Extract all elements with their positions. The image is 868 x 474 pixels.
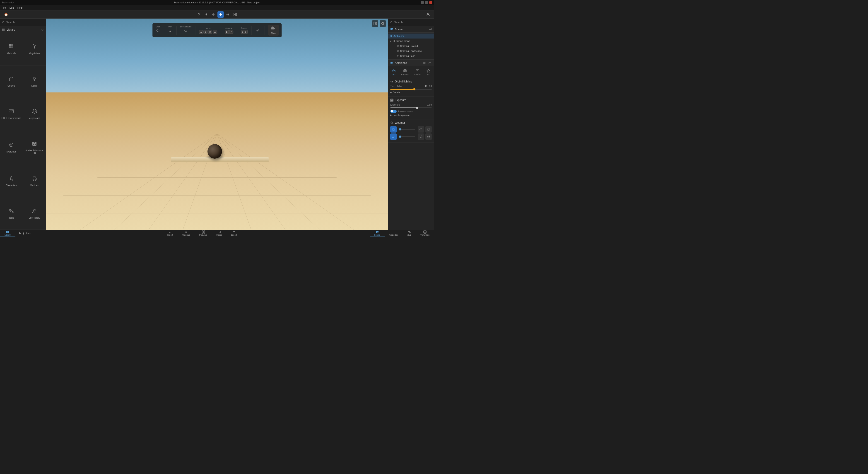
ambience-expand-btn[interactable] (423, 61, 427, 65)
auto-exposure-toggle[interactable] (390, 110, 397, 113)
camera-tab-icon (403, 69, 407, 73)
wind-btn[interactable] (425, 134, 432, 140)
scene-item-base[interactable]: Starting Base (388, 54, 434, 58)
cloud-weather-btn[interactable] (418, 126, 424, 132)
grid-tool-btn[interactable] (232, 11, 238, 18)
library-item-objects[interactable]: Objects (0, 65, 23, 98)
cloud-btn[interactable]: Cloud (268, 25, 279, 36)
bottom-tab-library[interactable]: Library (0, 230, 16, 237)
bottom-action-materials[interactable]: Materials (177, 230, 195, 237)
sun-weather-btn[interactable] (390, 126, 397, 132)
svg-rect-59 (397, 46, 399, 47)
nav-divider-4 (221, 26, 221, 35)
weather-settings-btn[interactable] (425, 126, 432, 132)
global-lighting-icon (390, 80, 394, 83)
svg-rect-60 (397, 51, 399, 52)
walk-tool-btn[interactable] (196, 11, 202, 18)
toolbar-divider-1 (12, 12, 12, 17)
library-item-vehicles[interactable]: Vehicles (23, 165, 46, 197)
local-exposure-collapsible[interactable]: ▶ Local exposure (390, 114, 432, 116)
sphere-object[interactable] (208, 144, 222, 158)
svg-rect-93 (376, 232, 377, 233)
local-exposure-label: Local exposure (393, 114, 410, 116)
time-of-day-slider[interactable] (390, 89, 432, 90)
home-btn[interactable]: 🏠 (3, 11, 9, 18)
base-folder-icon (397, 55, 399, 57)
key-s: S (204, 30, 208, 34)
render-tab-icon (415, 69, 420, 73)
library-item-materials[interactable]: Materials (0, 33, 23, 65)
bottom-tab-xyz[interactable]: XYZ (403, 230, 416, 237)
library-item-hdri[interactable]: HDRI environments (0, 98, 23, 130)
plus-tool-btn[interactable] (217, 11, 224, 18)
bottom-tab-viewsets[interactable]: View Sets (416, 230, 434, 237)
bottom-action-populate[interactable]: Populate (195, 230, 212, 237)
stats-number: 14 (19, 232, 22, 235)
details-collapsible[interactable]: ▶ Details (390, 91, 432, 94)
speed-nav-group: Speed 1 - 6 (241, 27, 248, 34)
maximize-btn[interactable] (425, 1, 428, 4)
left-search-input[interactable] (6, 21, 44, 24)
fog-weather-row (390, 134, 432, 140)
library-item-megascans[interactable]: Megascans (23, 98, 46, 130)
scene-item-ground[interactable]: Starting Ground (388, 43, 434, 49)
exposure-slider[interactable] (390, 108, 432, 108)
amb-tab-camera[interactable]: Camera (400, 68, 410, 76)
ambience-header: Ambience (388, 60, 434, 66)
amb-tab-env[interactable]: Env (390, 68, 398, 76)
pin-tool-btn[interactable] (203, 11, 209, 18)
thermometer-btn[interactable] (418, 134, 424, 140)
minimize-btn[interactable] (421, 1, 424, 4)
scene-item-graph[interactable]: ▶ Scene graph (388, 38, 434, 43)
favorites-icon[interactable]: ♡ (41, 28, 44, 31)
right-search-input[interactable] (394, 21, 432, 24)
amb-tab-fx[interactable]: FX (425, 68, 432, 76)
library-item-sketchfab[interactable]: Sketchfab (0, 130, 23, 165)
bottom-action-import[interactable]: Import (163, 230, 178, 237)
import-label: Import (167, 234, 173, 236)
library-item-adobe[interactable]: Adobe Substance 3D (23, 130, 46, 165)
lights-icon (31, 76, 37, 83)
amb-tab-render[interactable]: Render (412, 68, 423, 76)
sphere-tool-btn[interactable] (210, 11, 217, 18)
svg-marker-21 (33, 110, 36, 113)
library-item-vegetation[interactable]: Vegetation (23, 33, 46, 65)
graph-chevron: ▶ (390, 40, 392, 42)
library-item-characters[interactable]: Characters (0, 165, 23, 197)
viewport-top-right-controls (372, 20, 386, 27)
pan-nav-group: Pan (167, 26, 173, 35)
time-of-day-value: 10 : 30 (425, 85, 432, 87)
svg-line-38 (217, 134, 319, 230)
fog-slider[interactable] (399, 136, 415, 137)
nav-settings-btn[interactable] (255, 28, 260, 33)
search-icon-right (390, 21, 393, 24)
settings-tool-btn[interactable] (225, 11, 231, 18)
bottom-action-export[interactable]: Export (226, 230, 242, 237)
menu-item-help[interactable]: Help (18, 6, 23, 9)
library-item-tools[interactable]: Tools (0, 197, 23, 230)
viewport[interactable]: Orbit Pan (46, 19, 388, 230)
global-lighting-section: Global lighting Time of day 10 : 30 ▶ De… (388, 78, 434, 97)
ambience-popout-btn[interactable] (428, 61, 432, 65)
svg-rect-48 (374, 22, 375, 25)
bottom-tab-scene[interactable]: Scene (370, 230, 384, 237)
bottom-tab-properties[interactable]: Properties (384, 230, 403, 237)
scene-item-landscape[interactable]: Starting Landscape (388, 49, 434, 54)
menu-item-file[interactable]: File (2, 6, 6, 9)
library-item-lights[interactable]: Lights (23, 65, 46, 98)
menu-item-edit[interactable]: Edit (9, 6, 14, 9)
fog-weather-btn[interactable] (390, 134, 397, 140)
viewport-layout-btn[interactable] (372, 20, 378, 27)
ambience-tab-row: Env Camera Render (388, 66, 434, 78)
bottom-action-media[interactable]: Media (212, 230, 226, 237)
cloud-slider[interactable] (399, 129, 415, 130)
svg-line-32 (115, 134, 217, 230)
svg-point-52 (391, 21, 392, 23)
viewport-view-btn[interactable] (380, 20, 386, 27)
close-btn[interactable] (429, 1, 432, 4)
stats-label: Stats (26, 232, 31, 235)
window-title: Twinmotion education 2023.2.1 | NOT FOR … (174, 1, 260, 4)
library-item-user[interactable]: User library (23, 197, 46, 230)
scene-item-ambience[interactable]: Ambience (388, 33, 434, 38)
user-btn[interactable] (425, 11, 431, 18)
